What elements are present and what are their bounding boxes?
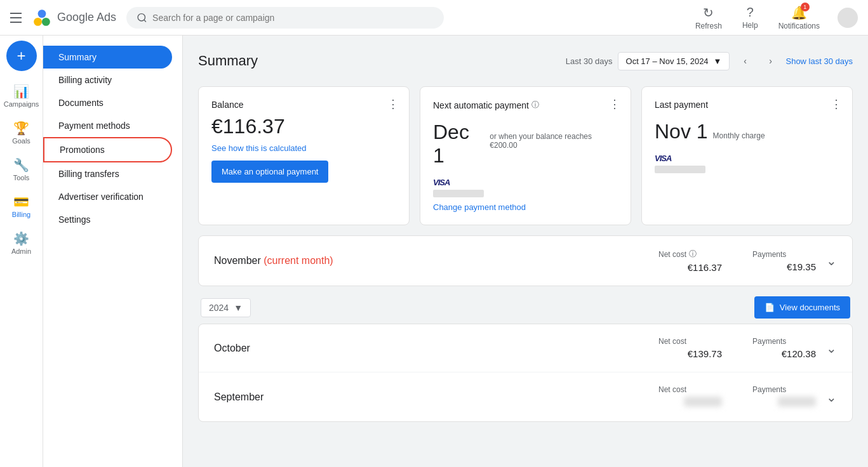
september-payments-value <box>752 397 816 409</box>
balance-calc-link[interactable]: See how this is calculated <box>211 143 396 153</box>
svg-point-1 <box>42 18 50 26</box>
september-net-cost: Net cost <box>658 385 722 409</box>
notification-badge: 1 <box>801 3 810 11</box>
sidebar-item-tools[interactable]: 🔧 Tools <box>3 152 41 187</box>
september-cols: Net cost Payments <box>658 385 816 409</box>
optional-payment-button[interactable]: Make an optional payment <box>211 161 328 183</box>
nav-actions: ↻ Refresh ? Help 🔔 1 Notifications <box>688 3 858 33</box>
avatar[interactable] <box>838 8 858 28</box>
icon-nav: + 📊 Campaigns 🏆 Goals 🔧 Tools 💳 Billing … <box>0 36 43 467</box>
september-expand-button[interactable]: ⌄ <box>826 390 837 405</box>
sidebar-item-campaigns[interactable]: 📊 Campaigns <box>3 79 41 113</box>
last-payment-label: Last payment <box>655 100 839 110</box>
last-payment-visa: VISA <box>655 154 839 163</box>
page-header: Summary Last 30 days Oct 17 – Nov 15, 20… <box>198 51 853 71</box>
next-payment-menu[interactable]: ⋮ <box>609 97 620 111</box>
october-row: October Net cost €139.73 Payments €120.3… <box>199 324 852 372</box>
september-label: September <box>214 391 658 403</box>
balance-card-menu[interactable]: ⋮ <box>387 97 399 111</box>
menu-button[interactable] <box>10 13 22 23</box>
refresh-button[interactable]: ↻ Refresh <box>688 3 730 33</box>
dropdown-icon: ▼ <box>714 56 722 66</box>
app-body: + 📊 Campaigns 🏆 Goals 🔧 Tools 💳 Billing … <box>0 36 868 467</box>
year-selector[interactable]: 2024 ▼ <box>201 298 251 317</box>
billing-toolbar: 2024 ▼ 📄 View documents <box>198 296 853 319</box>
last-payment-date: Nov 1 <box>655 120 708 143</box>
next-payment-visa: VISA <box>433 178 618 187</box>
page-title: Summary <box>198 53 258 69</box>
notifications-icon: 🔔 1 <box>791 5 807 20</box>
sidebar-billing-transfers[interactable]: Billing transfers <box>43 162 172 185</box>
sidebar-summary[interactable]: Summary <box>43 46 172 69</box>
current-month-section: November (current month) Net cost ⓘ €116… <box>198 235 853 286</box>
campaigns-icon: 📊 <box>13 84 29 99</box>
date-controls: Last 30 days Oct 17 – Nov 15, 2024 ▼ ‹ ›… <box>566 51 853 71</box>
november-expand-button[interactable]: ⌄ <box>826 253 837 268</box>
date-picker[interactable]: Oct 17 – Nov 15, 2024 ▼ <box>618 52 730 70</box>
september-net-cost-label: Net cost <box>658 385 722 394</box>
sidebar-documents[interactable]: Documents <box>43 91 172 114</box>
october-net-cost: Net cost €139.73 <box>658 337 722 359</box>
help-icon: ? <box>747 5 754 20</box>
last-payment-charge: Monthly charge <box>713 131 765 140</box>
last-payment-card: ⋮ Last payment Nov 1 Monthly charge VISA <box>641 86 853 225</box>
november-label: November (current month) <box>214 255 658 266</box>
help-button[interactable]: ? Help <box>735 3 766 32</box>
change-payment-method-link[interactable]: Change payment method <box>433 202 618 212</box>
november-net-cost-value: €116.37 <box>658 262 722 273</box>
admin-icon: ⚙️ <box>13 231 29 246</box>
search-input[interactable] <box>152 13 434 23</box>
last-payment-menu[interactable]: ⋮ <box>831 97 842 111</box>
billing-icon: 💳 <box>13 194 29 209</box>
svg-line-4 <box>144 20 146 22</box>
year-dropdown-icon: ▼ <box>234 303 243 313</box>
past-months-section: October Net cost €139.73 Payments €120.3… <box>198 324 853 422</box>
search-icon <box>137 12 147 23</box>
sidebar-promotions[interactable]: Promotions <box>43 137 172 162</box>
sidebar-item-billing[interactable]: 💳 Billing <box>3 189 41 223</box>
october-payments-label: Payments <box>752 337 816 346</box>
svg-point-0 <box>34 18 42 26</box>
refresh-icon: ↻ <box>703 5 714 20</box>
october-expand-button[interactable]: ⌄ <box>826 341 837 356</box>
cards-row: ⋮ Balance €116.37 See how this is calcul… <box>198 86 853 225</box>
net-cost-info-icon[interactable]: ⓘ <box>689 249 697 260</box>
payments-label: Payments <box>752 250 816 259</box>
november-cols: Net cost ⓘ €116.37 Payments €19.35 <box>658 249 816 273</box>
show-last-30-link[interactable]: Show last 30 days <box>785 56 853 66</box>
september-payments: Payments <box>752 385 816 409</box>
september-payments-label: Payments <box>752 385 816 394</box>
date-range-text: Oct 17 – Nov 15, 2024 <box>626 56 709 66</box>
next-payment-sub: or when your balance reaches €200.00 <box>490 132 618 150</box>
svg-point-2 <box>38 10 46 18</box>
year-value: 2024 <box>209 303 229 313</box>
top-nav: Google Ads ↻ Refresh ? Help 🔔 1 Notifica… <box>0 0 868 36</box>
logo-link[interactable]: Google Ads <box>32 8 116 28</box>
prev-date-button[interactable]: ‹ <box>735 51 755 71</box>
next-payment-label: Next automatic payment ⓘ <box>433 100 618 110</box>
next-date-button[interactable]: › <box>760 51 780 71</box>
sidebar-billing-activity[interactable]: Billing activity <box>43 69 172 91</box>
october-label: October <box>214 343 658 354</box>
search-bar[interactable] <box>126 7 444 29</box>
november-payments: Payments €19.35 <box>752 250 816 272</box>
november-row: November (current month) Net cost ⓘ €116… <box>199 236 852 286</box>
next-payment-card: ⋮ Next automatic payment ⓘ Dec 1 or when… <box>420 86 631 225</box>
next-payment-info-icon[interactable]: ⓘ <box>531 100 539 110</box>
sidebar-advertiser-verification[interactable]: Advertiser verification <box>43 185 172 208</box>
balance-amount: €116.37 <box>211 115 396 138</box>
create-button[interactable]: + <box>6 41 37 71</box>
sidebar-item-goals[interactable]: 🏆 Goals <box>3 115 41 150</box>
october-payments-value: €120.38 <box>752 348 816 359</box>
svg-point-3 <box>138 13 145 20</box>
google-ads-logo-icon <box>32 8 52 28</box>
november-net-cost: Net cost ⓘ €116.37 <box>658 249 722 273</box>
view-documents-button[interactable]: 📄 View documents <box>754 296 850 319</box>
balance-label: Balance <box>211 100 396 110</box>
sidebar-settings[interactable]: Settings <box>43 208 172 231</box>
sidebar-payment-methods[interactable]: Payment methods <box>43 114 172 137</box>
sidebar-item-admin[interactable]: ⚙️ Admin <box>3 226 41 260</box>
notifications-button[interactable]: 🔔 1 Notifications <box>771 3 827 33</box>
september-net-cost-value <box>658 397 722 409</box>
date-label: Last 30 days <box>566 56 613 66</box>
